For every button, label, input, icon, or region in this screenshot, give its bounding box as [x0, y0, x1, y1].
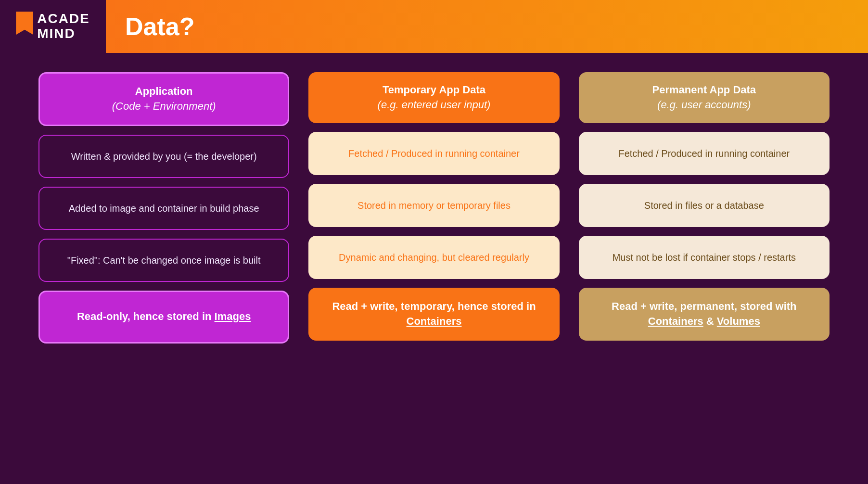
- application-footer-card: Read-only, hence stored in Images: [38, 291, 289, 344]
- application-card-3: "Fixed": Can't be changed once image is …: [38, 239, 289, 282]
- application-header-sub: (Code + Environment): [112, 99, 216, 114]
- temporary-card-1: Fetched / Produced in running container: [308, 132, 559, 175]
- logo-text: ACADE MIND: [37, 12, 90, 41]
- main-content: Application (Code + Environment) Written…: [0, 53, 868, 484]
- application-header-card: Application (Code + Environment): [38, 72, 289, 126]
- column-permanent: Permanent App Data (e.g. user accounts) …: [579, 72, 830, 341]
- column-application: Application (Code + Environment) Written…: [38, 72, 289, 344]
- permanent-footer-card: Read + write, permanent, stored with Con…: [579, 288, 830, 341]
- application-header-main: Application: [112, 84, 216, 99]
- temporary-header-card: Temporary App Data (e.g. entered user in…: [308, 72, 559, 123]
- temporary-card-2: Stored in memory or temporary files: [308, 184, 559, 227]
- header: ACADE MIND Data?: [0, 0, 868, 53]
- temporary-card-3: Dynamic and changing, but cleared regula…: [308, 236, 559, 279]
- page-title: Data?: [125, 12, 194, 41]
- application-card-2: Added to image and container in build ph…: [38, 187, 289, 230]
- permanent-header-sub: (e.g. user accounts): [652, 98, 756, 113]
- permanent-header-card: Permanent App Data (e.g. user accounts): [579, 72, 830, 123]
- application-card-1: Written & provided by you (= the develop…: [38, 135, 289, 178]
- logo-area: ACADE MIND: [0, 0, 106, 53]
- temporary-footer-card: Read + write, temporary, hence stored in…: [308, 288, 559, 341]
- title-banner: Data?: [106, 0, 868, 53]
- permanent-card-1: Fetched / Produced in running container: [579, 132, 830, 175]
- permanent-card-2: Stored in files or a database: [579, 184, 830, 227]
- column-temporary: Temporary App Data (e.g. entered user in…: [308, 72, 559, 341]
- logo-bookmark-icon: [16, 12, 33, 35]
- permanent-header-main: Permanent App Data: [652, 83, 756, 98]
- temporary-header-sub: (e.g. entered user input): [378, 98, 491, 113]
- permanent-card-3: Must not be lost if container stops / re…: [579, 236, 830, 279]
- temporary-header-main: Temporary App Data: [378, 83, 491, 98]
